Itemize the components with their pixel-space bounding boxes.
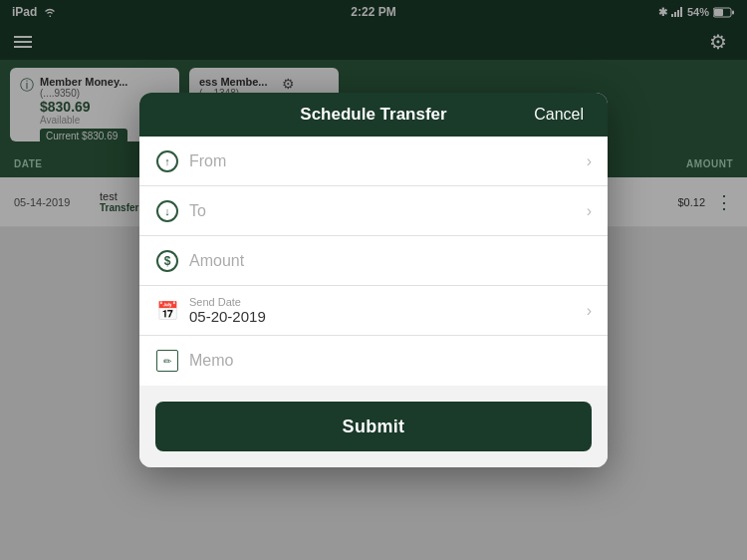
send-date-chevron-icon: ›	[587, 302, 592, 320]
send-date-value: 05-20-2019	[189, 308, 579, 325]
memo-label: Memo	[189, 352, 592, 370]
from-label: From	[189, 152, 579, 170]
submit-button[interactable]: Submit	[155, 402, 592, 451]
from-chevron-icon: ›	[587, 152, 592, 170]
modal-overlay: Schedule Transfer Cancel ↑ From › ↓ To ›	[0, 0, 747, 560]
memo-icon: ✏	[156, 350, 178, 372]
modal-header: Schedule Transfer Cancel	[139, 93, 608, 137]
schedule-transfer-modal: Schedule Transfer Cancel ↑ From › ↓ To ›	[139, 93, 608, 467]
to-row[interactable]: ↓ To ›	[139, 186, 608, 236]
to-arrow-icon: ↓	[156, 200, 178, 222]
memo-row[interactable]: ✏ Memo	[139, 336, 608, 386]
to-icon: ↓	[155, 200, 179, 222]
calendar-icon-container: 📅	[155, 300, 179, 322]
modal-title: Schedule Transfer	[300, 105, 446, 125]
memo-icon-container: ✏	[155, 350, 179, 372]
modal-header-inner: Schedule Transfer Cancel	[155, 102, 592, 128]
modal-footer: Submit	[139, 386, 608, 467]
modal-body: ↑ From › ↓ To › $ Amount	[139, 137, 608, 386]
amount-icon: $	[155, 250, 179, 272]
send-date-row[interactable]: 📅 Send Date 05-20-2019 ›	[139, 286, 608, 336]
send-date-block: Send Date 05-20-2019	[189, 296, 579, 325]
to-label: To	[189, 202, 579, 220]
amount-label: Amount	[189, 252, 592, 270]
from-icon: ↑	[155, 150, 179, 172]
cancel-button[interactable]: Cancel	[526, 102, 592, 128]
from-arrow-icon: ↑	[156, 150, 178, 172]
to-chevron-icon: ›	[587, 202, 592, 220]
from-row[interactable]: ↑ From ›	[139, 137, 608, 186]
dollar-icon: $	[156, 250, 178, 272]
send-date-label: Send Date	[189, 296, 579, 308]
amount-row[interactable]: $ Amount	[139, 236, 608, 286]
calendar-icon: 📅	[156, 300, 178, 322]
